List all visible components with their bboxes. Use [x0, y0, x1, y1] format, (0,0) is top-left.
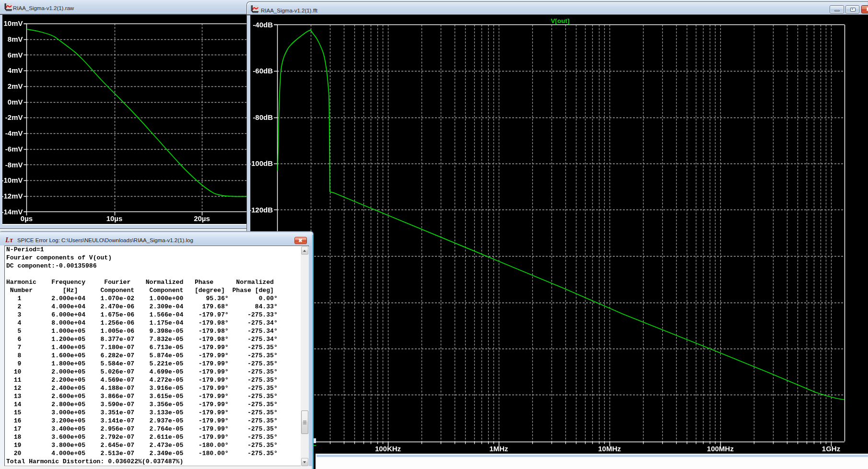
svg-text:0mV: 0mV — [7, 98, 23, 106]
svg-text:0µs: 0µs — [20, 214, 32, 223]
svg-text:100MHz: 100MHz — [707, 445, 734, 453]
svg-text:-12mV: -12mV — [2, 192, 23, 200]
svg-text:-40dB: -40dB — [253, 21, 273, 29]
svg-text:6mV: 6mV — [7, 51, 23, 59]
svg-text:1GHz: 1GHz — [821, 445, 840, 453]
svg-text:10MHz: 10MHz — [598, 445, 621, 453]
svg-text:4mV: 4mV — [7, 66, 23, 74]
svg-text:-60dB: -60dB — [253, 67, 273, 75]
svg-text:-80dB: -80dB — [253, 113, 273, 121]
svg-text:-8mV: -8mV — [5, 161, 23, 169]
svg-text:-100dB: -100dB — [250, 159, 273, 167]
svg-text:-14mV: -14mV — [2, 208, 23, 216]
svg-text:-6mV: -6mV — [5, 145, 23, 153]
svg-text:-4mV: -4mV — [5, 129, 23, 137]
svg-text:100KHz: 100KHz — [375, 445, 400, 453]
svg-text:-120dB: -120dB — [250, 206, 273, 214]
svg-text:-2mV: -2mV — [5, 113, 23, 121]
svg-text:2mV: 2mV — [7, 82, 23, 90]
svg-text:10mV: 10mV — [3, 19, 23, 27]
svg-text:1MHz: 1MHz — [489, 445, 508, 453]
svg-text:10µs: 10µs — [106, 214, 122, 223]
svg-text:V[out]: V[out] — [551, 17, 569, 24]
svg-text:20µs: 20µs — [194, 214, 210, 223]
svg-text:8mV: 8mV — [7, 35, 23, 43]
svg-text:-10mV: -10mV — [2, 176, 23, 184]
